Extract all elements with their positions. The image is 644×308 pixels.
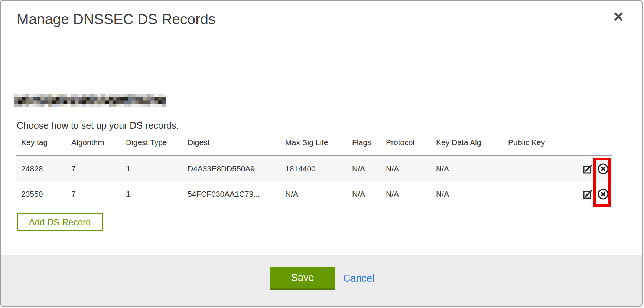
column-header-protocol: Protocol <box>386 138 436 156</box>
cell-key-data-alg: N/A <box>436 181 508 207</box>
dialog-title: Manage DNSSEC DS Records <box>17 11 215 27</box>
column-header-digest-type: Digest Type <box>126 138 188 156</box>
cell-key-data-alg: N/A <box>436 156 508 181</box>
cell-public-key <box>508 156 573 181</box>
cell-max-sig-life: 1814400 <box>285 156 352 181</box>
cell-flags: N/A <box>352 181 386 207</box>
redacted-domain-name <box>14 94 166 107</box>
add-ds-record-button[interactable]: Add DS Record <box>17 213 103 231</box>
column-header-flags: Flags <box>352 138 386 156</box>
ds-records-table: Key tag Algorithm Digest Type Digest Max… <box>16 138 612 207</box>
manage-dnssec-dialog: Manage DNSSEC DS Records Choose how to s… <box>0 0 643 307</box>
ds-records-table-wrap: Key tag Algorithm Digest Type Digest Max… <box>16 138 612 207</box>
cell-key-tag: 24828 <box>16 156 71 181</box>
delete-record-icon[interactable] <box>597 163 609 175</box>
cell-digest: D4A33E8DD550A9... <box>188 156 285 181</box>
column-header-max-sig-life: Max Sig Life <box>285 138 352 156</box>
column-header-algorithm: Algorithm <box>71 138 126 156</box>
delete-record-icon[interactable] <box>597 188 609 200</box>
cell-digest: 54FCF030AA1C79... <box>188 181 285 207</box>
column-header-key-tag: Key tag <box>16 138 71 156</box>
cell-protocol: N/A <box>386 181 436 207</box>
dialog-footer: Save Cancel <box>1 255 642 306</box>
cancel-link[interactable]: Cancel <box>343 267 374 290</box>
table-header-row: Key tag Algorithm Digest Type Digest Max… <box>16 138 612 156</box>
cell-algorithm: 7 <box>71 156 126 181</box>
cell-actions <box>573 156 612 181</box>
close-x-glyph <box>612 10 625 23</box>
instruction-text: Choose how to set up your DS records. <box>17 120 179 131</box>
column-header-actions <box>573 138 612 156</box>
cell-digest-type: 1 <box>126 156 188 181</box>
column-header-key-data-alg: Key Data Alg <box>436 138 508 156</box>
save-button[interactable]: Save <box>270 267 335 290</box>
cell-actions <box>573 181 612 207</box>
column-header-public-key: Public Key <box>508 138 573 156</box>
column-header-digest: Digest <box>188 138 285 156</box>
cell-protocol: N/A <box>386 156 436 181</box>
cell-key-tag: 23550 <box>16 181 71 207</box>
edit-record-icon[interactable] <box>582 163 593 174</box>
table-row: 23550 7 1 54FCF030AA1C79... N/A N/A N/A … <box>16 181 612 207</box>
table-row: 24828 7 1 D4A33E8DD550A9... 1814400 N/A … <box>16 156 612 181</box>
cell-flags: N/A <box>352 156 386 181</box>
edit-record-icon[interactable] <box>582 189 593 200</box>
cell-algorithm: 7 <box>71 181 126 207</box>
cell-digest-type: 1 <box>126 181 188 207</box>
cell-max-sig-life: N/A <box>285 181 352 207</box>
close-icon[interactable] <box>612 10 625 23</box>
cell-public-key <box>508 181 573 207</box>
